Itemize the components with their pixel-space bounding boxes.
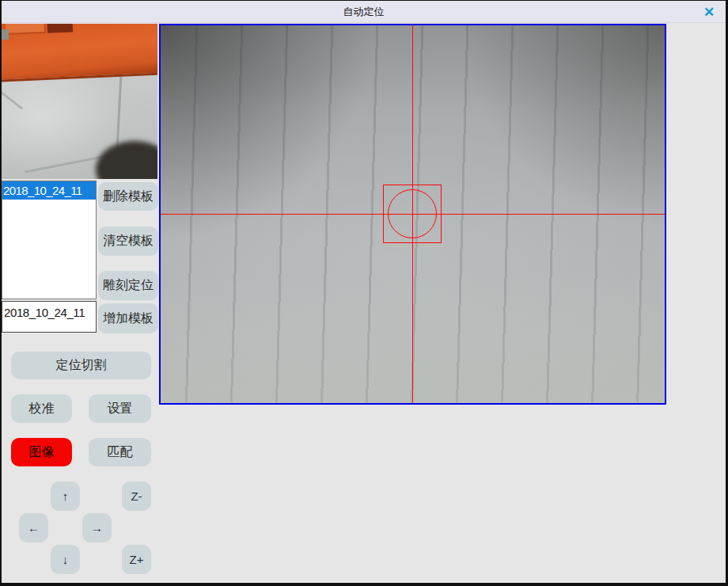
thumbnail-orange-beam: [2, 24, 157, 82]
left-arrow-icon: ←: [28, 521, 40, 535]
down-arrow-icon: ↓: [63, 553, 69, 566]
settings-button[interactable]: 设置: [89, 394, 151, 423]
jog-down-button[interactable]: ↓: [51, 545, 80, 574]
delete-template-button[interactable]: 删除模板: [98, 182, 158, 211]
thumbnail-gray-notch: [2, 29, 9, 40]
right-arrow-icon: →: [91, 521, 103, 535]
engrave-position-button[interactable]: 雕刻定位: [98, 271, 158, 300]
calibrate-button[interactable]: 校准: [11, 394, 72, 423]
add-template-button[interactable]: 增加模板: [98, 303, 158, 333]
template-thumbnail-preview: [2, 24, 157, 179]
image-mode-button[interactable]: 图像: [11, 438, 72, 466]
jog-right-button[interactable]: →: [82, 513, 112, 542]
camera-view[interactable]: [159, 24, 666, 405]
thumbnail-beam-block: [3, 24, 46, 35]
jog-up-button[interactable]: ↑: [51, 481, 80, 511]
match-region-circle: [388, 189, 437, 238]
window-title: 自动定位: [2, 1, 726, 23]
jog-left-button[interactable]: ←: [19, 513, 48, 542]
title-bar: 自动定位 ✕: [2, 1, 726, 23]
jog-z-minus-button[interactable]: Z-: [122, 481, 151, 511]
template-name-input[interactable]: [2, 301, 97, 333]
template-list-item-selected[interactable]: 2018_10_24_11: [2, 181, 96, 200]
template-list[interactable]: 2018_10_24_11: [2, 181, 97, 299]
jog-z-plus-button[interactable]: Z+: [122, 545, 151, 574]
match-button[interactable]: 匹配: [89, 438, 151, 466]
close-icon: ✕: [703, 4, 715, 21]
position-cut-button[interactable]: 定位切割: [11, 352, 151, 379]
thumbnail-beam-shadow: [47, 24, 73, 33]
up-arrow-icon: ↑: [63, 489, 69, 503]
auto-position-dialog: 自动定位 ✕ 2018_10_24_11 删除模板 清空模板 雕刻定位 增加模板…: [0, 0, 728, 586]
close-button[interactable]: ✕: [700, 2, 719, 21]
clear-templates-button[interactable]: 清空模板: [98, 226, 158, 256]
